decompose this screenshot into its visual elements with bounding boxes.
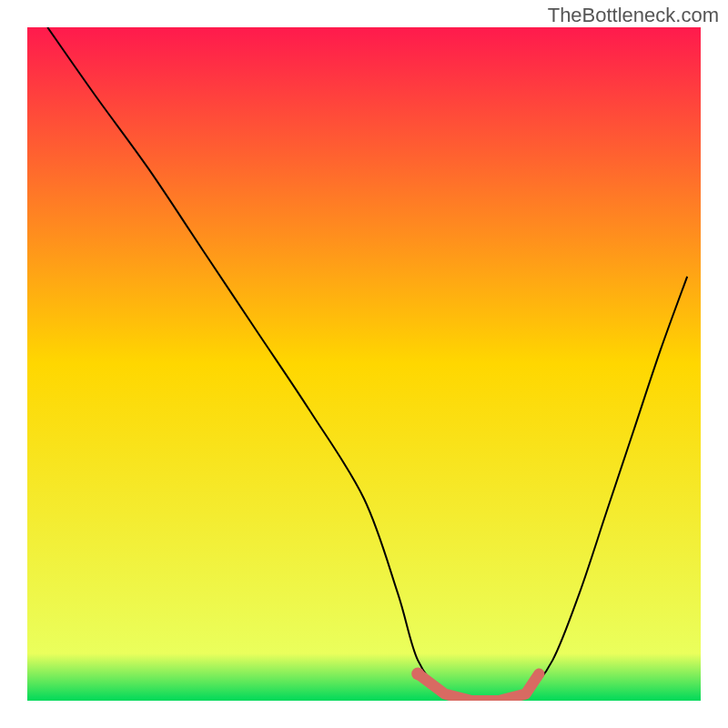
gradient-background [27,27,701,701]
bottleneck-plot [27,27,701,701]
optimal-start-dot [411,667,424,680]
chart-frame [27,27,701,701]
watermark-text: TheBottleneck.com [548,4,719,27]
